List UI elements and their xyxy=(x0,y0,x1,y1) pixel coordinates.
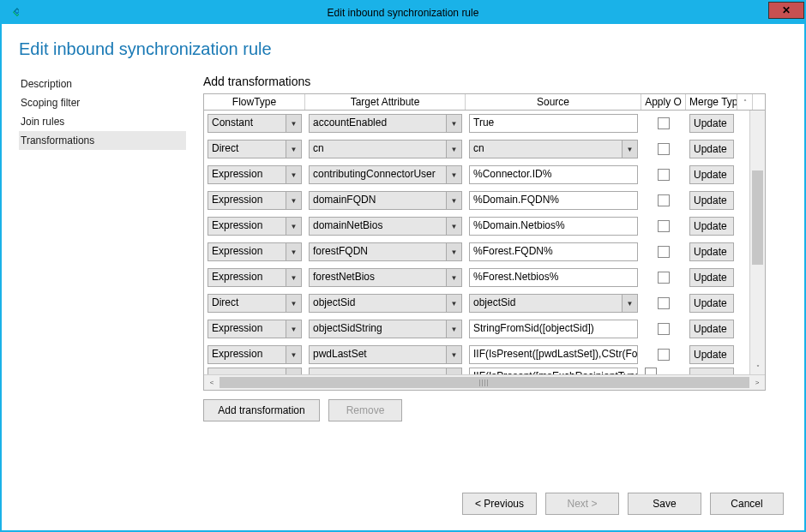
target-combo[interactable]: forestNetBios▼ xyxy=(309,268,462,287)
apply-once-checkbox[interactable] xyxy=(658,349,670,361)
table-row: Expression▼contributingConnectorUser▼%Co… xyxy=(204,162,765,188)
target-combo[interactable]: objectSidString▼ xyxy=(309,320,462,338)
merge-type-button[interactable]: Update xyxy=(689,268,734,287)
sidebar-item-description[interactable]: Description xyxy=(19,75,186,93)
sidebar-item-transformations[interactable]: Transformations xyxy=(19,131,186,150)
next-button[interactable]: Next > xyxy=(545,493,619,515)
target-combo[interactable]: pwdLastSet▼ xyxy=(309,345,462,364)
merge-type-button[interactable]: Update xyxy=(689,294,734,313)
cancel-button[interactable]: Cancel xyxy=(710,493,784,515)
apply-once-checkbox[interactable] xyxy=(658,220,670,232)
target-combo[interactable]: ▼ xyxy=(309,368,462,374)
chevron-down-icon: ▼ xyxy=(446,166,461,183)
hscroll-thumb[interactable] xyxy=(220,377,749,388)
target-combo[interactable]: contributingConnectorUser▼ xyxy=(309,165,462,184)
sidebar-item-scoping-filter[interactable]: Scoping filter xyxy=(19,93,186,112)
target-combo[interactable]: forestFQDN▼ xyxy=(309,242,462,261)
scroll-up-arrow[interactable]: ˄ xyxy=(737,94,753,110)
chevron-down-icon: ▼ xyxy=(446,368,461,374)
merge-type-button[interactable]: Update xyxy=(689,345,734,364)
merge-type-button[interactable]: Update xyxy=(689,191,734,210)
chevron-down-icon: ▼ xyxy=(286,269,301,286)
previous-button[interactable]: < Previous xyxy=(462,493,537,515)
flowtype-combo[interactable]: Expression▼ xyxy=(208,345,302,364)
flowtype-combo[interactable]: ▼ xyxy=(208,368,302,374)
flowtype-combo[interactable]: Expression▼ xyxy=(208,191,302,210)
flowtype-combo[interactable]: Direct▼ xyxy=(208,140,302,158)
source-field[interactable]: %Domain.FQDN% xyxy=(469,191,638,210)
vertical-scrollbar[interactable]: ˅ xyxy=(749,111,765,374)
flowtype-combo[interactable]: Direct▼ xyxy=(208,294,302,313)
scroll-thumb[interactable] xyxy=(752,170,763,265)
apply-once-checkbox[interactable] xyxy=(658,272,670,284)
merge-type-button[interactable]: Update xyxy=(689,320,734,338)
column-header-flowtype[interactable]: FlowType xyxy=(204,94,305,110)
chevron-down-icon: ▼ xyxy=(446,346,461,363)
apply-once-checkbox[interactable] xyxy=(645,368,657,374)
source-field[interactable]: %Domain.Netbios% xyxy=(469,217,638,236)
scroll-right-icon[interactable]: > xyxy=(749,375,765,390)
chevron-down-icon: ▼ xyxy=(446,295,461,312)
flowtype-combo[interactable]: Expression▼ xyxy=(208,217,302,236)
apply-once-checkbox[interactable] xyxy=(658,323,670,335)
merge-type-button[interactable]: Update xyxy=(689,217,734,236)
source-field[interactable]: True xyxy=(469,114,638,133)
source-combo[interactable]: objectSid▼ xyxy=(469,294,638,313)
flowtype-combo[interactable]: Expression▼ xyxy=(208,165,302,184)
source-field[interactable]: IIF(IsPresent([msExchRecipientType xyxy=(469,368,638,374)
remove-button[interactable]: Remove xyxy=(328,399,402,421)
apply-once-checkbox[interactable] xyxy=(658,117,670,129)
sidebar-item-join-rules[interactable]: Join rules xyxy=(19,112,186,131)
flowtype-combo[interactable]: Expression▼ xyxy=(208,268,302,287)
source-field[interactable]: %Connector.ID% xyxy=(469,165,638,184)
source-field[interactable]: %Forest.FQDN% xyxy=(469,242,638,261)
grid-toolbar: Add transformation Remove xyxy=(203,399,787,421)
merge-type-button[interactable]: Update xyxy=(689,165,734,184)
table-row: Expression▼forestNetBios▼%Forest.Netbios… xyxy=(204,265,765,290)
dialog-footer: < Previous Next > Save Cancel xyxy=(462,493,784,515)
merge-type-button[interactable] xyxy=(689,368,734,374)
horizontal-scrollbar[interactable]: < > xyxy=(204,374,765,390)
source-field[interactable]: StringFromSid([objectSid]) xyxy=(469,320,638,338)
table-row: Expression▼domainNetBios▼%Domain.Netbios… xyxy=(204,213,765,239)
apply-once-checkbox[interactable] xyxy=(658,143,670,155)
chevron-down-icon: ▼ xyxy=(286,192,301,209)
table-row: Expression▼objectSidString▼StringFromSid… xyxy=(204,316,765,342)
scroll-down-icon[interactable]: ˅ xyxy=(750,361,765,374)
column-header-apply-once[interactable]: Apply O xyxy=(641,94,686,110)
source-combo[interactable]: cn▼ xyxy=(469,140,638,158)
apply-once-checkbox[interactable] xyxy=(658,169,670,181)
column-header-source[interactable]: Source xyxy=(466,94,641,110)
chevron-down-icon: ▼ xyxy=(622,140,637,158)
chevron-down-icon: ▼ xyxy=(286,346,301,363)
page-heading: Edit inbound synchronization rule xyxy=(19,39,787,59)
dialog-window: Edit inbound synchronization rule ✕ Edit… xyxy=(0,0,806,532)
transformations-grid: FlowType Target Attribute Source Apply O… xyxy=(203,93,766,391)
target-combo[interactable]: domainNetBios▼ xyxy=(309,217,462,236)
column-header-target[interactable]: Target Attribute xyxy=(305,94,466,110)
grid-header: FlowType Target Attribute Source Apply O… xyxy=(204,94,765,111)
target-combo[interactable]: cn▼ xyxy=(309,140,462,158)
flowtype-combo[interactable]: Expression▼ xyxy=(208,320,302,338)
column-header-merge-type[interactable]: Merge Type xyxy=(686,94,737,110)
apply-once-checkbox[interactable] xyxy=(658,297,670,309)
chevron-down-icon: ▼ xyxy=(286,166,301,183)
close-button[interactable]: ✕ xyxy=(768,2,804,19)
merge-type-button[interactable]: Update xyxy=(689,242,734,261)
save-button[interactable]: Save xyxy=(628,493,701,515)
target-combo[interactable]: domainFQDN▼ xyxy=(309,191,462,210)
table-row: Direct▼cn▼cn▼Update xyxy=(204,136,765,162)
merge-type-button[interactable]: Update xyxy=(689,114,734,133)
flowtype-combo[interactable]: Expression▼ xyxy=(208,242,302,261)
source-field[interactable]: IIF(IsPresent([pwdLastSet]),CStr(For xyxy=(469,345,638,364)
source-field[interactable]: %Forest.Netbios% xyxy=(469,268,638,287)
add-transformation-button[interactable]: Add transformation xyxy=(203,399,320,421)
merge-type-button[interactable]: Update xyxy=(689,140,734,158)
flowtype-combo[interactable]: Constant▼ xyxy=(208,114,302,133)
apply-once-checkbox[interactable] xyxy=(658,246,670,258)
sidebar: Description Scoping filter Join rules Tr… xyxy=(19,75,186,421)
target-combo[interactable]: objectSid▼ xyxy=(309,294,462,313)
scroll-left-icon[interactable]: < xyxy=(204,375,220,390)
apply-once-checkbox[interactable] xyxy=(658,194,670,206)
target-combo[interactable]: accountEnabled▼ xyxy=(309,114,462,133)
